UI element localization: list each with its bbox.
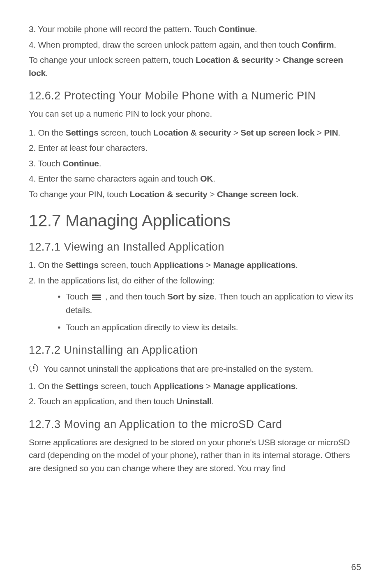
sec-12-6-2-step4: 4. Enter the same characters again and t… <box>29 172 363 185</box>
svg-rect-1 <box>92 297 101 298</box>
change-pattern-para: To change your unlock screen pattern, to… <box>29 53 363 79</box>
sec-12-7-2-note-text: You cannot uninstall the applications th… <box>44 362 313 375</box>
step-4-suffix: . <box>334 40 336 49</box>
menu-icon <box>92 291 101 304</box>
change-pattern-mid1: > <box>273 55 283 64</box>
step-3-prefix: 3. Your mobile phone will record the pat… <box>29 24 218 34</box>
change-pattern-bold1: Location & security <box>196 55 273 64</box>
heading-12-6-2: 12.6.2 Protecting Your Mobile Phone with… <box>29 90 363 102</box>
sec-12-7-1-step1: 1. On the Settings screen, touch Applica… <box>29 258 363 272</box>
heading-12-7: 12.7 Managing Applications <box>29 211 363 230</box>
sec-12-7-3-para: Some applications are designed to be sto… <box>29 436 363 475</box>
heading-12-6-2-num: 12.6.2 <box>29 90 64 102</box>
step-4: 4. When prompted, draw the screen unlock… <box>29 38 363 51</box>
svg-rect-4 <box>33 366 35 369</box>
heading-12-6-2-title: Protecting Your Mobile Phone with a Nume… <box>64 90 316 102</box>
sec-12-7-1-bullets: Touch , and then touch Sort by size. The… <box>53 290 363 334</box>
svg-rect-0 <box>92 295 101 296</box>
svg-rect-2 <box>92 299 101 300</box>
svg-point-5 <box>33 370 35 372</box>
step-3-suffix: . <box>255 24 257 34</box>
heading-12-7-num: 12.7 <box>29 211 65 230</box>
change-pattern-suffix: . <box>46 68 48 78</box>
step-4-prefix: 4. When prompted, draw the screen unlock… <box>29 40 302 49</box>
sec-12-7-2-note: You cannot uninstall the applications th… <box>29 362 363 375</box>
step-3: 3. Your mobile phone will record the pat… <box>29 23 363 36</box>
sec-12-6-2-step2: 2. Enter at least four characters. <box>29 141 363 154</box>
heading-12-7-title: Managing Applications <box>65 211 231 230</box>
step-3-bold-continue: Continue <box>218 24 255 34</box>
sec-12-7-2-step1: 1. On the Settings screen, touch Applica… <box>29 380 363 393</box>
sec-12-6-2-step3: 3. Touch Continue. <box>29 157 363 170</box>
sec-12-7-1-bullet2: Touch an application directly to view it… <box>53 321 363 334</box>
caution-icon <box>29 364 39 375</box>
heading-12-7-3: 12.7.3 Moving an Application to the micr… <box>29 418 363 431</box>
sec-12-7-1-step2: 2. In the applications list, do either o… <box>29 274 363 287</box>
heading-12-7-1: 12.7.1 Viewing an Installed Application <box>29 241 363 253</box>
sec-12-7-1-bullet1: Touch , and then touch Sort by size. The… <box>53 290 363 317</box>
page-number: 65 <box>351 562 361 573</box>
sec-12-6-2-step1: 1. On the Settings screen, touch Locatio… <box>29 126 363 139</box>
sec-12-6-2-intro: You can set up a numeric PIN to lock you… <box>29 107 363 120</box>
sec-12-6-2-change-pin: To change your PIN, touch Location & sec… <box>29 188 363 201</box>
sec-12-7-2-step2: 2. Touch an application, and then touch … <box>29 395 363 408</box>
heading-12-7-2: 12.7.2 Uninstalling an Application <box>29 344 363 357</box>
step-4-bold-confirm: Confirm <box>302 40 334 49</box>
change-pattern-prefix: To change your unlock screen pattern, to… <box>29 55 196 64</box>
